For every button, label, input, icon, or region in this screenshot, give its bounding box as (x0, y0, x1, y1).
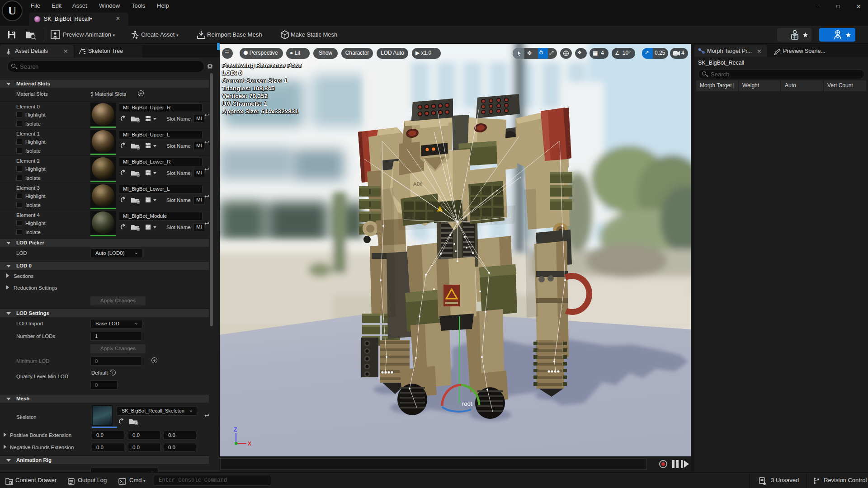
svg-text:A08: A08 (413, 180, 423, 188)
svg-text:X: X (248, 441, 251, 447)
svg-text:root: root (462, 400, 472, 407)
svg-text:Z: Z (234, 427, 237, 433)
